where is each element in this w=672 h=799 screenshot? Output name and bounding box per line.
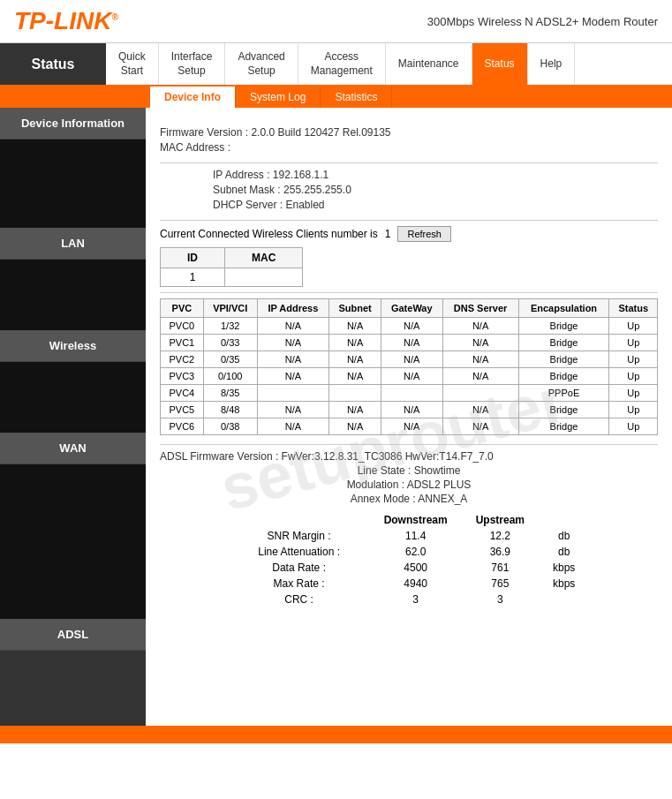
nav-item-advanced-setup[interactable]: AdvancedSetup [225, 43, 298, 85]
adsl-line-state-label: Line State : [358, 464, 412, 477]
adsl-line-state-value: Showtime [414, 464, 461, 477]
adsl-col-upstream: Upstream [462, 512, 539, 528]
nav-item-interface-setup[interactable]: InterfaceSetup [159, 43, 226, 85]
divider-lan [160, 162, 658, 163]
wifi-col-mac: MAC [225, 248, 303, 268]
nav-item-status[interactable]: Status [472, 43, 528, 85]
adsl-annex-row: Annex Mode : ANNEX_A [160, 493, 658, 505]
content-area: setuprouter Firmware Version : 2.0.0 Bui… [146, 108, 672, 726]
wan-table-row: PVC30/100N/AN/AN/AN/ABridgeUp [161, 368, 658, 385]
firmware-row: Firmware Version : 2.0.0 Build 120427 Re… [160, 126, 658, 139]
mac-label: MAC Address : [160, 141, 230, 154]
wifi-col-id: ID [161, 248, 225, 268]
dhcp-value: Enabled [285, 199, 324, 211]
sidebar-section-wan: WAN [0, 433, 146, 464]
wan-table-row: PVC48/35PPPoEUp [161, 385, 658, 402]
wan-table-row: PVC01/32N/AN/AN/AN/ABridgeUp [161, 318, 658, 335]
clients-text: Current Connected Wireless Clients numbe… [160, 228, 378, 240]
wan-col-encap: Encapsulation [518, 299, 609, 318]
adsl-annex-label: Annex Mode : [351, 493, 416, 505]
device-info-section: Firmware Version : 2.0.0 Build 120427 Re… [160, 117, 658, 154]
subnet-row: Subnet Mask : 255.255.255.0 [213, 184, 658, 196]
wifi-table-row: 1 [161, 268, 303, 287]
wireless-clients-row: Current Connected Wireless Clients numbe… [160, 226, 658, 242]
adsl-stats-wrapper: Downstream Upstream SNR Margin :11.412.2… [160, 512, 658, 607]
product-name: 300Mbps Wireless N ADSL2+ Modem Router [427, 15, 658, 28]
wifi-clients-table: ID MAC 1 [160, 247, 303, 287]
wan-col-vpi-vci: VPI/VCI [203, 299, 257, 318]
mac-row: MAC Address : [160, 141, 658, 154]
wan-table-row: PVC20/35N/AN/AN/AN/ABridgeUp [161, 351, 658, 368]
logo-reg: ® [111, 12, 117, 22]
adsl-col-unit [539, 512, 589, 528]
sidebar-section-wireless: Wireless [0, 330, 146, 362]
wireless-section: Current Connected Wireless Clients numbe… [160, 226, 658, 287]
divider-wireless [160, 220, 658, 221]
nav-bar: Status QuickStart InterfaceSetup Advance… [0, 43, 672, 87]
wan-table-row: PVC60/38N/AN/AN/AN/ABridgeUp [161, 418, 658, 435]
status-nav-label: Status [0, 43, 106, 85]
adsl-section: ADSL Firmware Version : FwVer:3.12.8.31_… [160, 450, 658, 607]
dhcp-label: DHCP Server : [213, 199, 283, 211]
adsl-col-label [229, 512, 370, 528]
lan-section: IP Address : 192.168.1.1 Subnet Mask : 2… [160, 169, 658, 211]
adsl-modulation-row: Modulation : ADSL2 PLUS [160, 479, 658, 491]
adsl-firmware-row: ADSL Firmware Version : FwVer:3.12.8.31_… [160, 450, 658, 463]
nav-item-quick-start[interactable]: QuickStart [106, 43, 159, 85]
refresh-button[interactable]: Refresh [397, 226, 451, 242]
wifi-row-id: 1 [161, 268, 225, 287]
divider-adsl [160, 444, 658, 445]
adsl-stats-row: Line Attenuation :62.036.9db [229, 544, 590, 560]
wan-col-ip: IP Address [257, 299, 329, 318]
header: TP-LINK® 300Mbps Wireless N ADSL2+ Modem… [0, 0, 672, 43]
sidebar-section-adsl: ADSL [0, 619, 146, 651]
sidebar-section-device-information: Device Information [0, 108, 146, 139]
sub-nav: Device Info System Log Statistics [0, 87, 672, 108]
wan-col-pvc: PVC [161, 299, 204, 318]
wan-col-dns: DNS Server [442, 299, 518, 318]
wan-table-row: PVC58/48N/AN/AN/AN/ABridgeUp [161, 402, 658, 418]
adsl-modulation-value: ADSL2 PLUS [407, 479, 472, 491]
wan-section: PVC VPI/VCI IP Address Subnet GateWay DN… [160, 298, 658, 435]
subnet-value: 255.255.255.0 [283, 184, 351, 196]
sidebar: Device Information LAN Wireless WAN ADSL [0, 108, 146, 726]
main-layout: Device Information LAN Wireless WAN ADSL… [0, 108, 672, 726]
adsl-stats-row: Max Rate :4940765kbps [229, 576, 590, 592]
wan-table-row: PVC10/33N/AN/AN/AN/ABridgeUp [161, 335, 658, 351]
clients-count: 1 [385, 228, 391, 240]
nav-items: QuickStart InterfaceSetup AdvancedSetup … [106, 43, 672, 85]
bottom-bar [0, 726, 672, 743]
nav-item-help[interactable]: Help [528, 43, 576, 85]
logo: TP-LINK® [14, 7, 118, 35]
sub-nav-system-log[interactable]: System Log [236, 87, 321, 108]
adsl-firmware-value: FwVer:3.12.8.31_TC3086 HwVer:T14.F7_7.0 [282, 450, 494, 463]
adsl-stats-row: Data Rate :4500761kbps [229, 560, 590, 576]
adsl-stats-row: SNR Margin :11.412.2db [229, 528, 590, 544]
firmware-value: 2.0.0 Build 120427 Rel.09135 [251, 126, 390, 139]
sub-nav-statistics[interactable]: Statistics [321, 87, 392, 108]
wifi-row-mac [225, 268, 303, 287]
firmware-label: Firmware Version : [160, 126, 248, 139]
wan-table: PVC VPI/VCI IP Address Subnet GateWay DN… [160, 298, 658, 435]
sub-nav-device-info[interactable]: Device Info [150, 87, 236, 108]
adsl-modulation-label: Modulation : [347, 479, 404, 491]
sidebar-section-lan: LAN [0, 228, 146, 260]
ip-value: 192.168.1.1 [273, 169, 328, 181]
divider-wan [160, 292, 658, 293]
wan-col-gateway: GateWay [381, 299, 442, 318]
wan-col-subnet: Subnet [329, 299, 381, 318]
adsl-firmware-label: ADSL Firmware Version : [160, 450, 278, 463]
nav-item-maintenance[interactable]: Maintenance [386, 43, 472, 85]
subnet-label: Subnet Mask : [213, 184, 281, 196]
adsl-stats-table: Downstream Upstream SNR Margin :11.412.2… [229, 512, 590, 607]
nav-item-access-management[interactable]: AccessManagement [298, 43, 386, 85]
ip-row: IP Address : 192.168.1.1 [213, 169, 658, 181]
adsl-col-downstream: Downstream [370, 512, 462, 528]
wan-col-status: Status [609, 299, 658, 318]
ip-label: IP Address : [213, 169, 269, 181]
adsl-stats-row: CRC :33 [229, 592, 590, 607]
adsl-annex-value: ANNEX_A [418, 493, 467, 505]
adsl-line-state-row: Line State : Showtime [160, 464, 658, 477]
logo-text: TP-LINK [14, 7, 111, 34]
dhcp-row: DHCP Server : Enabled [213, 199, 658, 211]
